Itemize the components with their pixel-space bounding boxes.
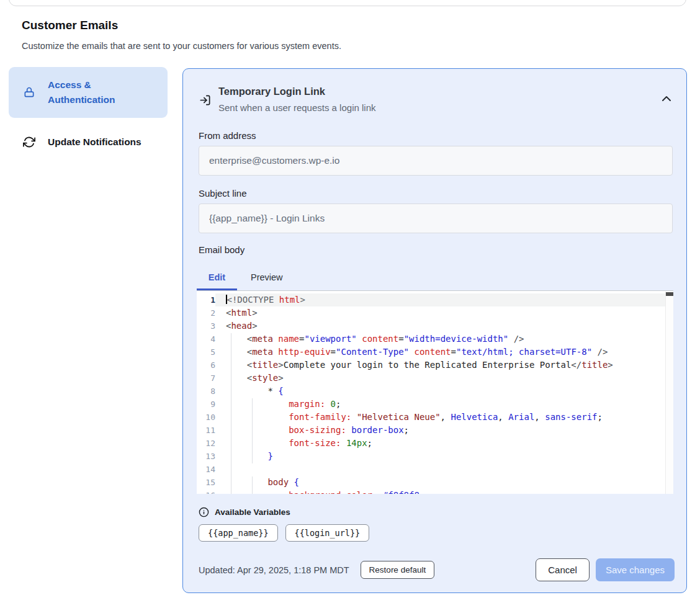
variable-chip-login-url[interactable]: {{login_url}}: [285, 524, 370, 542]
available-variables-label: Available Variables: [215, 507, 290, 517]
top-card-divider: [9, 0, 686, 6]
code-line: 9 margin: 0;: [197, 398, 673, 411]
variable-chips: {{app_name}} {{login_url}}: [199, 524, 369, 542]
indent-guide: [252, 398, 253, 463]
email-body-tabs: Edit Preview: [197, 266, 292, 288]
sidebar-item-update-notifications[interactable]: Update Notifications: [9, 127, 168, 157]
from-address-label: From address: [199, 130, 256, 141]
code-line: 12 font-size: 14px;: [197, 437, 673, 450]
panel-title: Temporary Login Link: [218, 86, 325, 97]
subject-line-input[interactable]: [199, 203, 673, 233]
cancel-button[interactable]: Cancel: [536, 558, 590, 581]
lock-icon: [23, 86, 35, 99]
email-panel: Temporary Login Link Sent when a user re…: [182, 68, 687, 593]
save-changes-button[interactable]: Save changes: [596, 558, 675, 581]
code-line: 1<!DOCTYPE html>: [197, 293, 673, 306]
code-line: 4 <meta name="viewport" content="width=d…: [197, 333, 673, 346]
page-subtitle: Customize the emails that are sent to yo…: [22, 41, 341, 51]
tab-preview[interactable]: Preview: [242, 272, 292, 282]
subject-line-label: Subject line: [199, 188, 247, 199]
login-icon: [199, 94, 211, 109]
customer-emails-page: Customer Emails Customize the emails tha…: [0, 0, 700, 608]
indent-guide: [231, 333, 231, 494]
code-line: 3<head>: [197, 320, 673, 333]
code-line: 5 <meta http-equiv="Content-Type" conten…: [197, 346, 673, 359]
sidebar-item-access-authentication[interactable]: Access & Authentication: [9, 67, 168, 118]
code-line: 7 <style>: [197, 372, 673, 385]
code-editor[interactable]: 1<!DOCTYPE html>2<html>3<head>4 <meta na…: [197, 290, 673, 494]
panel-footer: Updated: Apr 29, 2025, 1:18 PM MDT Resto…: [199, 558, 675, 581]
code-line: 11 box-sizing: border-box;: [197, 424, 673, 437]
panel-subtitle: Sent when a user requests a login link: [218, 102, 375, 113]
code-line: 15 body {: [197, 476, 673, 489]
chevron-up-icon: [662, 94, 671, 104]
tab-edit[interactable]: Edit: [197, 272, 237, 282]
scrollbar-thumb[interactable]: [666, 292, 673, 296]
code-editor-lines: 1<!DOCTYPE html>2<html>3<head>4 <meta na…: [197, 291, 673, 494]
page-title: Customer Emails: [22, 19, 118, 32]
indent-guide: [252, 476, 253, 494]
editor-scrollbar[interactable]: [665, 292, 673, 494]
code-line: 10 font-family: "Helvetica Neue", Helvet…: [197, 411, 673, 424]
email-body-label: Email body: [199, 244, 245, 255]
info-icon: [199, 507, 209, 517]
code-line: 16 background-color: #f8f8f8;: [197, 489, 673, 494]
code-line: 2<html>: [197, 306, 673, 320]
collapse-button[interactable]: [657, 90, 676, 107]
code-line: 8 * {: [197, 385, 673, 398]
code-line: 6 <title>Complete your login to the Repl…: [197, 359, 673, 372]
from-address-input[interactable]: [199, 146, 673, 176]
updated-timestamp: Updated: Apr 29, 2025, 1:18 PM MDT: [199, 565, 349, 575]
refresh-icon: [23, 136, 35, 148]
sidebar-item-label: Update Notifications: [48, 135, 141, 150]
sidebar-item-label: Access & Authentication: [48, 78, 128, 107]
variable-chip-app-name[interactable]: {{app_name}}: [199, 524, 278, 542]
code-line: 13 }: [197, 450, 673, 463]
restore-default-button[interactable]: Restore default: [361, 561, 435, 579]
code-line: 14: [197, 463, 673, 476]
